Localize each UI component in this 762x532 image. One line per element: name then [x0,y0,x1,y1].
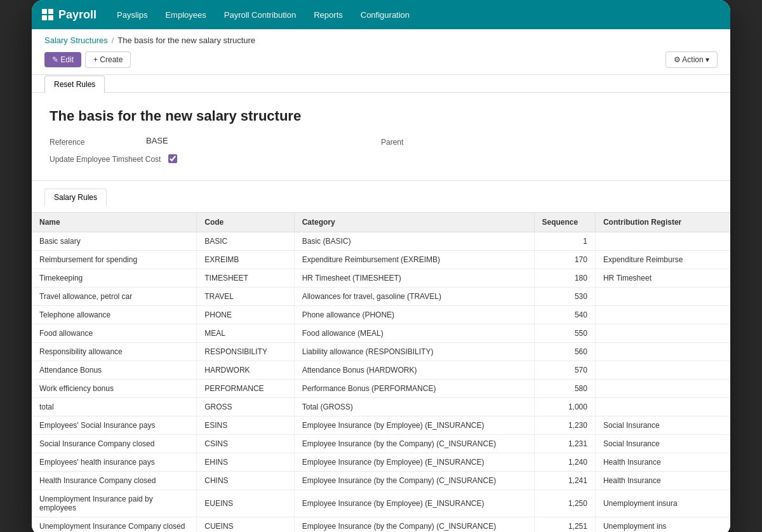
cell-name: Telephone allowance [32,306,197,324]
cell-category: Total (GROSS) [294,398,534,416]
table-row[interactable]: Basic salary BASIC Basic (BASIC) 1 [32,232,730,251]
table-row[interactable]: Attendance Bonus HARDWORK Attendance Bon… [32,361,730,380]
cell-category: Food allowance (MEAL) [294,324,534,343]
cell-sequence: 560 [534,343,595,361]
breadcrumb-parent[interactable]: Salary Structures [44,36,108,45]
table-row[interactable]: Work efficiency bonus PERFORMANCE Perfor… [32,380,730,398]
cell-category: Employee Insurance (by the Company) (C_I… [294,517,534,533]
reference-field-row: Reference BASE [50,136,381,147]
cell-category: Employee Insurance (by the Company) (C_I… [294,472,534,490]
cell-sequence: 580 [534,380,595,398]
cell-code: MEAL [197,324,294,343]
cell-name: Unemployment Insurance Company closed [32,517,197,533]
table-row[interactable]: Unemployment Insurance Company closed CU… [32,517,730,533]
cell-name: Responsibility allowance [32,343,197,361]
reference-label: Reference [50,136,138,147]
cell-category: Performance Bonus (PERFORMANCE) [294,380,534,398]
cell-category: HR Timesheet (TIMESHEET) [294,269,534,288]
form-left: Reference BASE Update Employee Timsheet … [50,136,381,170]
update-timsheet-checkbox[interactable] [168,154,177,163]
cell-category: Employee Insurance (by Employee) (E_INSU… [294,416,534,435]
device-frame: Payroll Payslips Employees Payroll Contr… [32,0,730,532]
cell-sequence: 1,000 [534,398,595,416]
salary-rules-table-wrapper: Name Code Category Sequence Contribution… [32,213,730,532]
breadcrumb-separator: / [112,36,114,45]
table-row[interactable]: Social Insurance Company closed CSINS Em… [32,435,730,453]
cell-name: Travel allowance, petrol car [32,288,197,306]
table-row[interactable]: Timekeeping TIMESHEET HR Timesheet (TIME… [32,269,730,288]
top-tab-bar: Reset Rules [32,75,730,93]
cell-contribution [595,343,730,361]
cell-contribution: Unemployment insura [595,490,730,517]
cell-contribution [595,232,730,251]
app-logo: Payroll [42,8,97,22]
create-button[interactable]: + Create [85,51,131,68]
edit-button[interactable]: ✎ Edit [44,52,81,67]
form-title: The basis for the new salary structure [50,108,712,124]
table-row[interactable]: Travel allowance, petrol car TRAVEL Allo… [32,288,730,306]
cell-code: EXREIMB [197,251,294,269]
table-row[interactable]: Unemployment Insurance paid by employees… [32,490,730,517]
reset-rules-tab[interactable]: Reset Rules [44,76,105,93]
breadcrumb: Salary Structures / The basis for the ne… [44,36,718,45]
col-header-sequence: Sequence [534,213,595,232]
cell-category: Attendance Bonus (HARDWORK) [294,361,534,380]
cell-contribution: Unemployment ins [595,517,730,533]
table-row[interactable]: Reimbursement for spending EXREIMB Expen… [32,251,730,269]
cell-name: Employees' Social Insurance pays [32,416,197,435]
cell-contribution [595,288,730,306]
main-content: Salary Structures / The basis for the ne… [32,29,730,532]
cell-contribution [595,398,730,416]
cell-sequence: 180 [534,269,595,288]
table-row[interactable]: Health Insurance Company closed CHINS Em… [32,472,730,490]
cell-category: Employee Insurance (by Employee) (E_INSU… [294,490,534,517]
cell-contribution: Social Insurance [595,416,730,435]
cell-category: Employee Insurance (by the Company) (C_I… [294,435,534,453]
table-row[interactable]: total GROSS Total (GROSS) 1,000 [32,398,730,416]
cell-code: TRAVEL [197,288,294,306]
nav-employees[interactable]: Employees [157,0,213,29]
nav-payslips[interactable]: Payslips [109,0,155,29]
cell-code: CSINS [197,435,294,453]
cell-sequence: 550 [534,324,595,343]
col-header-contribution: Contribution Register [595,213,730,232]
breadcrumb-current: The basis for the new salary structure [117,36,255,45]
update-timsheet-label: Update Employee Timsheet Cost [50,153,161,164]
cell-category: Basic (BASIC) [294,232,534,251]
cell-sequence: 1,231 [534,435,595,453]
nav-payroll-contribution[interactable]: Payroll Contribution [217,0,304,29]
cell-contribution: Health Insurance [595,472,730,490]
nav-reports[interactable]: Reports [306,0,351,29]
cell-name: Work efficiency bonus [32,380,197,398]
col-header-code: Code [197,213,294,232]
table-row[interactable]: Telephone allowance PHONE Phone allowanc… [32,306,730,324]
cell-sequence: 1,250 [534,490,595,517]
app-title: Payroll [58,8,97,22]
table-row[interactable]: Employees' Social Insurance pays ESINS E… [32,416,730,435]
logo-icon [42,9,53,20]
form-right: Parent [381,136,712,170]
cell-contribution [595,324,730,343]
cell-name: Reimbursement for spending [32,251,197,269]
table-row[interactable]: Food allowance MEAL Food allowance (MEAL… [32,324,730,343]
cell-sequence: 1,240 [534,453,595,472]
timsheet-field-row: Update Employee Timsheet Cost [50,153,381,164]
action-button[interactable]: ⚙ Action ▾ [665,51,718,68]
parent-field-row: Parent [381,136,712,147]
topnav: Payroll Payslips Employees Payroll Contr… [32,0,730,29]
cell-name: Social Insurance Company closed [32,435,197,453]
salary-rules-tab[interactable]: Salary Rules [44,189,107,206]
reference-value: BASE [146,136,168,145]
cell-name: Food allowance [32,324,197,343]
cell-name: Timekeeping [32,269,197,288]
cell-name: total [32,398,197,416]
table-row[interactable]: Responsibility allowance RESPONSIBILITY … [32,343,730,361]
cell-category: Liability allowance (RESPONSIBILITY) [294,343,534,361]
nav-configuration[interactable]: Configuration [353,0,417,29]
cell-code: RESPONSIBILITY [197,343,294,361]
cell-code: GROSS [197,398,294,416]
table-row[interactable]: Employees' health insurance pays EHINS E… [32,453,730,472]
cell-contribution [595,361,730,380]
cell-contribution: HR Timesheet [595,269,730,288]
cell-name: Attendance Bonus [32,361,197,380]
